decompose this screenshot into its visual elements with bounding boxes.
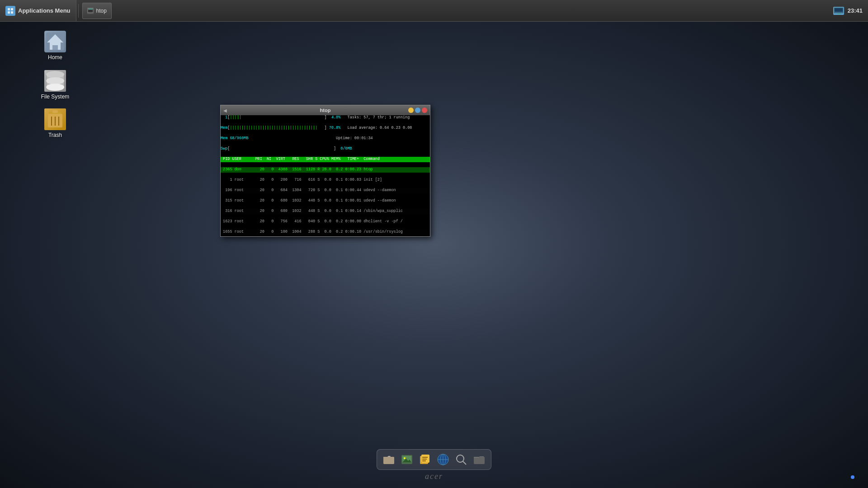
- desktop-icon-home[interactable]: Home: [37, 31, 73, 61]
- svg-point-13: [46, 71, 64, 78]
- filesystem-icon-label: File System: [41, 94, 70, 100]
- svg-rect-23: [383, 457, 394, 464]
- htop-terminal-content: 1[||||| ] 4.0% Tasks: 57, 7 thr; 1 runni…: [221, 115, 430, 236]
- svg-rect-0: [8, 8, 10, 10]
- svg-rect-11: [52, 45, 58, 50]
- svg-rect-7: [835, 8, 843, 12]
- svg-rect-5: [88, 9, 93, 9]
- htop-task-label: htop: [96, 8, 107, 14]
- filesystem-icon-image: [44, 70, 66, 92]
- acer-logo: acer: [425, 472, 443, 481]
- htop-window-controls: [408, 108, 427, 113]
- htop-scroll-indicator: ◀: [223, 108, 227, 113]
- dock-item-files[interactable]: [417, 451, 433, 468]
- svg-rect-31: [422, 459, 427, 460]
- svg-point-37: [457, 455, 464, 462]
- htop-titlebar: ◀ htop: [221, 105, 430, 115]
- dock-item-folder2[interactable]: [471, 451, 487, 468]
- desktop-icon-filesystem[interactable]: File System: [37, 70, 73, 100]
- bottom-dock: [377, 449, 491, 470]
- svg-rect-1: [11, 8, 13, 10]
- dock-item-globe[interactable]: [435, 451, 451, 468]
- svg-rect-40: [474, 457, 485, 464]
- htop-maximize-button[interactable]: [415, 108, 420, 113]
- home-icon-image: [44, 31, 66, 52]
- taskbar-right: 23:41: [833, 7, 868, 15]
- svg-rect-2: [8, 11, 10, 14]
- home-icon-label: Home: [48, 54, 62, 61]
- dock-item-search[interactable]: [453, 451, 469, 468]
- desktop-icon-trash[interactable]: Trash: [37, 108, 73, 138]
- htop-taskbar-button[interactable]: htop: [82, 3, 112, 19]
- apps-menu-icon: [5, 6, 15, 16]
- svg-rect-32: [422, 460, 426, 461]
- htop-close-button[interactable]: [422, 108, 427, 113]
- taskbar-separator: [78, 4, 79, 18]
- htop-task-icon: [87, 8, 94, 14]
- svg-rect-3: [11, 11, 13, 14]
- applications-menu[interactable]: Applications Menu: [0, 0, 76, 21]
- trash-icon-image: [44, 108, 66, 130]
- htop-window-title: htop: [320, 108, 331, 113]
- svg-point-14: [46, 77, 64, 84]
- svg-point-15: [46, 84, 64, 91]
- htop-minimize-button[interactable]: [408, 108, 414, 113]
- apps-menu-label: Applications Menu: [18, 7, 71, 14]
- svg-rect-17: [52, 110, 58, 113]
- svg-rect-8: [837, 14, 840, 14]
- htop-canvas: 1[||||| ] 4.0% Tasks: 57, 7 thr; 1 runni…: [221, 115, 430, 236]
- cursor-position: [120, 117, 124, 122]
- svg-line-38: [463, 461, 466, 465]
- svg-rect-30: [422, 457, 428, 458]
- trash-icon-label: Trash: [48, 132, 62, 138]
- clock: 23:41: [848, 7, 863, 14]
- tray-icon-1: [833, 7, 844, 15]
- blue-dot: [851, 475, 854, 479]
- dock-item-folder1[interactable]: [381, 451, 397, 468]
- dock-item-image[interactable]: [399, 451, 415, 468]
- svg-point-26: [404, 457, 406, 459]
- taskbar-top: Applications Menu htop 23:41: [0, 0, 868, 22]
- htop-window: ◀ htop 1[||||| ] 4.0% Tasks: 57, 7 thr; …: [220, 105, 430, 237]
